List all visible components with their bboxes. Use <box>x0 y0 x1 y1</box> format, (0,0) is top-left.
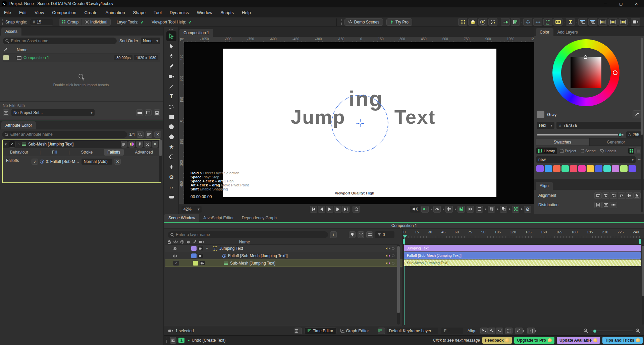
align-right-icon[interactable] <box>610 192 617 199</box>
viewport-quality-label[interactable]: Viewport Quality: High <box>335 191 374 195</box>
timeline-zoom-handle[interactable] <box>593 330 596 333</box>
layers-icon[interactable] <box>488 206 495 213</box>
timeline-bar-sub-mesh[interactable]: Sub-Mesh [Jumping Text] <box>404 260 641 266</box>
menu-item[interactable]: Composition <box>52 10 76 15</box>
timeline-ruler[interactable]: 0153045607590105120135150165180195210225… <box>403 229 644 238</box>
text-frame-icon[interactable]: F <box>478 18 487 26</box>
add-layer-button[interactable]: + <box>330 231 337 238</box>
work-area-end-handle[interactable] <box>639 239 641 244</box>
kf-frame-icon[interactable] <box>505 328 513 334</box>
in-camera-icon[interactable] <box>198 246 203 250</box>
timeline-zoom-slider[interactable] <box>591 329 633 333</box>
menu-item[interactable]: Tool <box>154 10 162 15</box>
align-left-icon[interactable] <box>594 192 602 199</box>
layer-row-falloff[interactable]: Falloff [Sub-Mesh [Jumping Text]] <box>165 252 402 260</box>
snap-angle-field[interactable]: # 15 <box>30 19 53 25</box>
remove-falloff-icon[interactable]: ✕ <box>114 159 121 165</box>
toolbar-drag-handle[interactable] <box>341 19 342 25</box>
color-swatch[interactable] <box>570 165 577 172</box>
audio-icon[interactable] <box>421 206 429 213</box>
attribute-search-input[interactable] <box>2 131 127 138</box>
close-node-icon[interactable]: ✕ <box>152 141 158 148</box>
viewport-settings-icon[interactable]: ⚙ <box>524 206 531 213</box>
menu-item[interactable]: Window <box>197 10 212 15</box>
pin-list-icon[interactable] <box>146 131 152 138</box>
composition-canvas[interactable]: JumpingText Viewport Quality: High <box>223 49 496 197</box>
project-filter-button[interactable]: Project <box>558 148 578 154</box>
ease-curve-icon[interactable] <box>515 328 523 334</box>
loop-circle-icon[interactable] <box>392 247 394 250</box>
color-swatch[interactable] <box>595 165 602 172</box>
lock-icon[interactable] <box>168 240 171 244</box>
canvas-word-text[interactable]: Text <box>394 106 436 128</box>
arc-icon[interactable] <box>543 18 552 26</box>
swatches-tab[interactable]: Swatches <box>536 138 589 146</box>
layer-color-swatch[interactable] <box>191 246 197 251</box>
status-action-button[interactable]: Update Available <box>557 337 600 344</box>
utility-tool[interactable]: ⚙ <box>166 172 176 182</box>
isolate-icon[interactable] <box>358 231 364 238</box>
attribute-scrollbar[interactable] <box>159 139 162 182</box>
previous-frame-button[interactable] <box>318 206 325 213</box>
plus-dots-icon[interactable] <box>523 18 532 26</box>
color-swatch[interactable] <box>629 165 636 172</box>
color-swatch[interactable] <box>545 165 552 172</box>
solo-radio-icon[interactable]: ○ <box>17 142 20 147</box>
toolstrip-drag-handle[interactable]: ••• <box>169 28 174 31</box>
tab-behaviour[interactable]: Behaviour <box>7 149 32 156</box>
align-bottom-icon[interactable] <box>633 192 641 199</box>
menu-item[interactable]: Scripts <box>220 10 234 15</box>
cube-outline-icon[interactable] <box>180 240 184 244</box>
hex-value-field[interactable]: # 7a7a7a <box>556 122 641 129</box>
layer-list-scrollbar[interactable] <box>397 245 400 325</box>
visibility-eye-icon[interactable] <box>173 254 177 257</box>
layer-name[interactable]: Falloff [Sub-Mesh [Jumping Text]] <box>228 253 288 258</box>
eyedropper-icon[interactable] <box>3 48 7 52</box>
speed-dial-icon[interactable] <box>433 206 441 213</box>
viewport-tab-composition[interactable]: Composition 1 <box>179 29 213 37</box>
menu-item[interactable]: Dynamics <box>170 10 189 15</box>
layer-row-jumping-text[interactable]: ▾ T Jumping Text <box>165 245 402 252</box>
tab-fill[interactable]: Fill <box>49 149 60 156</box>
tab-stroke[interactable]: Stroke <box>77 149 96 156</box>
zoom-out-icon[interactable] <box>584 329 588 333</box>
layer-name[interactable]: Jumping Text <box>219 246 243 251</box>
viewport-help-check-icon[interactable]: ✓ <box>188 19 192 25</box>
keyframe-layer-select[interactable]: Default Keyframe Layer <box>387 328 438 334</box>
distribute-h-icon[interactable] <box>594 202 602 208</box>
project-set-select[interactable]: No Project Set...▾ <box>11 109 95 116</box>
camera-small-icon[interactable] <box>199 240 204 243</box>
minimize-button[interactable]: ─ <box>598 0 613 7</box>
arc-tool[interactable] <box>166 152 176 162</box>
menu-item[interactable]: Help <box>242 10 251 15</box>
align-middle-v-icon[interactable] <box>626 192 633 199</box>
layer-color-swatch[interactable] <box>191 253 197 258</box>
loop-button[interactable] <box>353 206 360 213</box>
enabled-check-icon[interactable]: ✓ <box>9 141 15 148</box>
distribute-v-icon[interactable] <box>602 202 609 208</box>
undo-count-badge[interactable]: 1 <box>178 338 184 343</box>
out-marker-icon[interactable] <box>389 247 390 250</box>
onion-skin-control[interactable]: 0 <box>410 206 420 213</box>
layer-search-field[interactable] <box>176 231 325 238</box>
falloff-item-label[interactable]: 0: Falloff [Sub-Me... <box>46 159 80 164</box>
shading-icon[interactable] <box>128 141 135 148</box>
graph-editor-button[interactable]: Graph Editor <box>338 328 372 334</box>
timeline-bar-falloff[interactable]: Falloff [Sub-Mesh [Jumping Text]] <box>404 252 641 259</box>
speaker-icon[interactable] <box>187 240 190 244</box>
sliders-icon[interactable] <box>366 231 373 238</box>
eyedropper-icon[interactable] <box>193 240 197 244</box>
columns-icon[interactable] <box>598 18 607 26</box>
kf-align-left-icon[interactable] <box>480 328 488 334</box>
hue-handle[interactable] <box>613 70 618 75</box>
tab-falloffs[interactable]: Falloffs <box>104 149 123 156</box>
asset-search-input[interactable] <box>3 38 117 44</box>
enabled-check-icon[interactable]: ✓ <box>173 261 179 266</box>
select-tool[interactable] <box>166 31 176 41</box>
kf-align-right-icon[interactable] <box>496 328 503 334</box>
blend-mode-select[interactable]: Normal (Add) <box>82 159 112 165</box>
in-camera-icon[interactable] <box>198 254 203 258</box>
loop-circle-icon[interactable] <box>392 262 394 265</box>
work-area-start-handle[interactable] <box>403 239 405 244</box>
cascade-icon[interactable] <box>588 18 597 26</box>
